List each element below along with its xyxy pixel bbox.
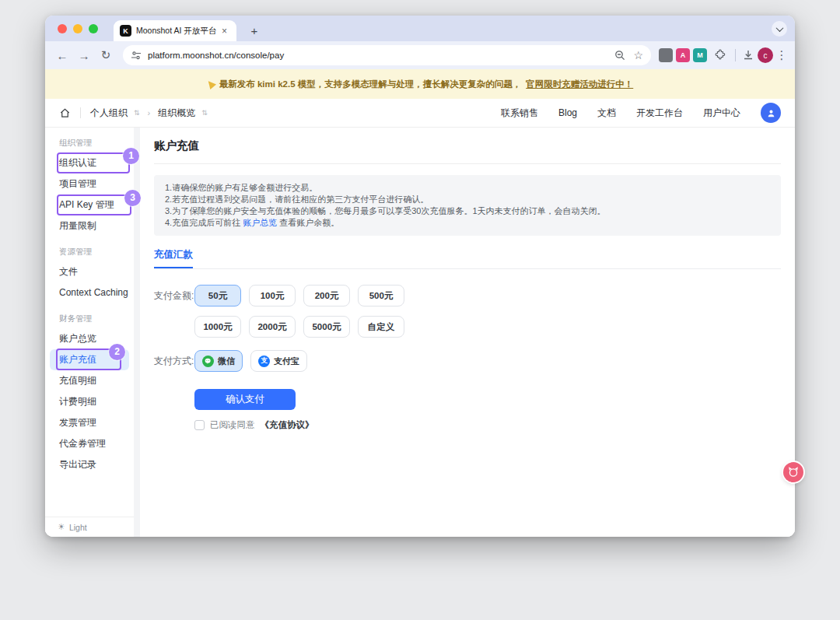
amount-button-500[interactable]: 500元 xyxy=(358,285,404,306)
sidebar-item-label: 文件 xyxy=(59,266,78,277)
close-window-button[interactable] xyxy=(58,24,67,33)
url-bar[interactable]: platform.moonshot.cn/console/pay ☆ xyxy=(123,45,651,65)
amount-button-custom[interactable]: 自定义 xyxy=(358,316,404,338)
back-button[interactable]: ← xyxy=(53,46,72,65)
screenshot-extension-icon[interactable] xyxy=(659,48,673,62)
nav-link-blog[interactable]: Blog xyxy=(558,107,577,118)
tab-close-icon[interactable]: × xyxy=(222,26,227,37)
sidebar-item-invoice-management[interactable]: 发票管理 xyxy=(45,412,134,433)
alipay-icon: 支 xyxy=(258,356,270,367)
nav-link-docs[interactable]: 文档 xyxy=(597,107,616,120)
browser-menu-icon[interactable]: ⋮ xyxy=(776,46,787,65)
minimize-window-button[interactable] xyxy=(73,24,82,33)
notice-line-2: 2.若充值过程遇到交易问题，请前往相应的第三方支付平台进行确认。 xyxy=(165,194,770,205)
translate-extension-icon[interactable]: A xyxy=(676,48,690,62)
sidebar-item-org-verification[interactable]: 组织认证 1 xyxy=(45,152,134,173)
recharge-agreement-link[interactable]: 《充值协议》 xyxy=(261,419,314,431)
amount-label: 支付金额: xyxy=(154,285,194,338)
theme-toggle[interactable]: ☀ Light xyxy=(45,517,134,537)
sidebar-section-org: 组织管理 xyxy=(45,135,134,149)
notice-line-3: 3.为了保障您的账户安全与充值体验的顺畅，您每月最多可以享受30次充值服务。1天… xyxy=(165,205,770,217)
new-tab-button[interactable]: + xyxy=(246,22,263,39)
annotation-badge-3: 3 xyxy=(124,190,141,206)
tab-recharge-remittance[interactable]: 充值汇款 xyxy=(154,248,193,268)
bookmark-star-icon[interactable]: ☆ xyxy=(633,49,643,61)
browser-tabstrip: K Moonshot AI 开放平台 - Kimi 开 × + xyxy=(45,16,795,41)
amount-button-200[interactable]: 200元 xyxy=(303,285,350,306)
amount-button-50[interactable]: 50元 xyxy=(194,285,241,306)
sidebar-item-label: 充值明细 xyxy=(59,375,96,386)
sidebar-item-label: 用量限制 xyxy=(59,220,96,231)
confirm-payment-button[interactable]: 确认支付 xyxy=(194,389,296,410)
cat-mascot-icon xyxy=(787,466,800,478)
sidebar-item-label: 账户总览 xyxy=(59,333,96,344)
sidebar-item-export-records[interactable]: 导出记录 xyxy=(45,454,134,475)
sidebar-item-voucher-management[interactable]: 代金券管理 xyxy=(45,433,134,454)
tab-search-button[interactable] xyxy=(772,21,787,37)
theme-toggle-label: Light xyxy=(69,523,87,532)
org-selector-sorter-icon: ⇅ xyxy=(134,109,140,117)
annotation-badge-2: 2 xyxy=(109,344,125,360)
sidebar-item-recharge-details[interactable]: 充值明细 xyxy=(45,370,134,391)
toolbar-divider xyxy=(735,49,736,61)
sidebar-item-context-caching[interactable]: Context Caching xyxy=(45,282,134,303)
amount-button-2000[interactable]: 2000元 xyxy=(249,316,296,338)
recharge-notice-box: 1.请确保您的账户有足够金额进行交易。 2.若充值过程遇到交易问题，请前往相应的… xyxy=(154,175,781,236)
home-icon[interactable] xyxy=(59,107,71,119)
zoom-out-icon[interactable] xyxy=(614,50,625,61)
nav-link-workbench[interactable]: 开发工作台 xyxy=(636,107,683,120)
sidebar-item-account-recharge[interactable]: 账户充值 2 xyxy=(50,349,129,370)
org-selector[interactable]: 个人组织 xyxy=(90,107,128,120)
extensions-puzzle-icon[interactable] xyxy=(712,48,726,62)
macos-traffic-lights xyxy=(58,24,98,33)
fullscreen-window-button[interactable] xyxy=(89,24,98,33)
site-topnav: 个人组织 ⇅ › 组织概览 ⇅ 联系销售 Blog 文档 开发工作台 用户中心 xyxy=(45,99,795,128)
sidebar-item-label: Context Caching xyxy=(59,287,128,298)
site-settings-icon[interactable] xyxy=(131,50,142,61)
screenshot-stage: K Moonshot AI 开放平台 - Kimi 开 × + ← → ↻ xyxy=(0,0,840,620)
account-overview-link[interactable]: 账户总览 xyxy=(243,218,277,227)
sidebar-item-label: 账户充值 xyxy=(59,354,96,365)
sidebar-item-usage-limits[interactable]: 用量限制 xyxy=(45,215,134,236)
sidebar-item-label: 组织认证 xyxy=(59,157,96,168)
url-text[interactable]: platform.moonshot.cn/console/pay xyxy=(148,51,608,60)
amount-row: 支付金额: 50元 100元 200元 500元 1000元 2000元 500… xyxy=(154,285,781,338)
sidebar-item-api-key-management[interactable]: API Key 管理 3 xyxy=(45,194,134,215)
amount-button-5000[interactable]: 5000元 xyxy=(303,316,350,338)
support-widget-button[interactable] xyxy=(783,462,803,482)
agreement-checkbox[interactable] xyxy=(194,420,205,430)
downloads-icon[interactable] xyxy=(742,49,754,61)
recharge-panel: 账户充值 1.请确保您的账户有足够金额进行交易。 2.若充值过程遇到交易问题，请… xyxy=(140,128,795,537)
party-popper-icon xyxy=(205,79,216,89)
banner-link[interactable]: 官网限时充赠活动进行中！ xyxy=(526,79,633,90)
annotation-badge-1: 1 xyxy=(123,148,139,164)
page-title: 账户充值 xyxy=(154,138,781,164)
browser-tab[interactable]: K Moonshot AI 开放平台 - Kimi 开 × xyxy=(114,20,236,41)
section-selector[interactable]: 组织概览 xyxy=(158,107,195,120)
wechat-icon xyxy=(202,356,214,367)
notice-line-4-suffix: 查看账户余额。 xyxy=(277,218,339,227)
sidebar-item-billing-details[interactable]: 计费明细 xyxy=(45,391,134,412)
monica-extension-icon[interactable]: M xyxy=(693,48,707,62)
method-button-wechat[interactable]: 微信 xyxy=(194,350,243,372)
amount-button-1000[interactable]: 1000元 xyxy=(194,316,241,338)
notice-line-4: 4.充值完成后可前往 账户总览 查看账户余额。 xyxy=(165,217,770,229)
sidebar-item-files[interactable]: 文件 xyxy=(45,261,134,282)
chevron-down-icon xyxy=(775,24,783,32)
nav-link-contact-sales[interactable]: 联系销售 xyxy=(501,107,538,120)
amount-button-100[interactable]: 100元 xyxy=(249,285,296,306)
sidebar-item-label: 导出记录 xyxy=(59,459,96,470)
console-content: 组织管理 组织认证 1 项目管理 API Key 管理 3 用量限制 xyxy=(45,128,795,537)
sidebar-item-project-management[interactable]: 项目管理 xyxy=(45,173,134,194)
amount-options: 50元 100元 200元 500元 1000元 2000元 5000元 自定义 xyxy=(194,285,404,338)
nav-link-user-center[interactable]: 用户中心 xyxy=(703,107,740,120)
sidebar-item-label: 项目管理 xyxy=(59,178,96,189)
sun-icon: ☀ xyxy=(58,522,65,532)
method-row: 支付方式: 微信 xyxy=(154,350,781,372)
method-options: 微信 支 支付宝 xyxy=(194,350,307,372)
browser-profile-avatar[interactable]: c xyxy=(758,47,773,63)
reload-button[interactable]: ↻ xyxy=(96,46,115,65)
forward-button[interactable]: → xyxy=(75,46,93,65)
user-avatar[interactable] xyxy=(761,103,781,123)
method-button-alipay[interactable]: 支 支付宝 xyxy=(250,350,307,372)
